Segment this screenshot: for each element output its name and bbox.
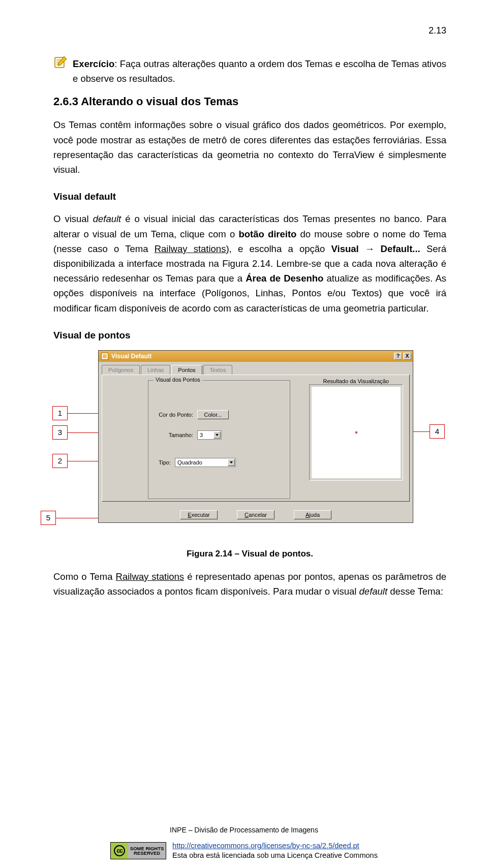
tabs: Polígonos Linhas Pontos Textos xyxy=(99,362,413,375)
group-legend: Visual dos Pontos xyxy=(154,377,202,383)
size-dropdown[interactable]: 3 xyxy=(197,430,222,440)
tab-poligonos[interactable]: Polígonos xyxy=(102,365,140,375)
type-label: Tipo: xyxy=(154,459,171,466)
callout-5: 5 xyxy=(41,511,56,525)
dialog-figure: 1 3 2 5 4 Visual Default ? X Polígo xyxy=(53,350,445,536)
cancelar-button[interactable]: Cancelar xyxy=(237,510,274,519)
app-icon xyxy=(101,353,108,360)
tab-textos[interactable]: Textos xyxy=(203,365,233,375)
type-dropdown[interactable]: Quadrado xyxy=(175,458,236,467)
tab-pontos[interactable]: Pontos xyxy=(171,365,202,375)
subsection-heading: Visual de pontos xyxy=(53,330,446,341)
color-button[interactable]: Color... xyxy=(197,410,229,419)
callout-1: 1 xyxy=(52,406,68,420)
page-footer: INPE – Divisão de Processamento de Image… xyxy=(0,826,488,861)
cc-badge-icon: SOME RIGHTS RESERVED xyxy=(110,842,166,859)
callout-4: 4 xyxy=(430,424,445,439)
callout-3: 3 xyxy=(52,425,68,440)
callout-2: 2 xyxy=(52,454,68,468)
close-button[interactable]: X xyxy=(403,353,411,360)
dialog-title: Visual Default xyxy=(111,353,151,360)
paragraph: Como o Tema Railway stations é represent… xyxy=(53,569,446,599)
exercise-icon xyxy=(53,55,68,70)
color-label: Cor do Ponto: xyxy=(154,412,193,418)
exercise-text: Exercício: Faça outras alterações quanto… xyxy=(73,56,446,86)
paragraph: O visual default é o visual inicial das … xyxy=(53,211,446,316)
figure-caption: Figura 2.14 – Visual de pontos. xyxy=(53,549,446,559)
visual-dos-pontos-group: Visual dos Pontos Cor do Ponto: Color...… xyxy=(148,380,290,499)
help-button[interactable]: ? xyxy=(394,353,402,360)
cc-license-text: http://creativecommons.org/licenses/by-n… xyxy=(172,841,378,861)
tab-linhas[interactable]: Linhas xyxy=(141,365,170,375)
footer-org: INPE – Divisão de Processamento de Image… xyxy=(0,826,488,834)
visual-default-dialog: Visual Default ? X Polígonos Linhas Pont… xyxy=(98,350,413,523)
executar-button[interactable]: Executar xyxy=(180,510,218,519)
chevron-down-icon xyxy=(214,431,221,439)
preview-point-icon xyxy=(355,431,357,433)
ajuda-button[interactable]: Ajuda xyxy=(294,510,331,519)
chevron-down-icon xyxy=(228,459,235,466)
dialog-titlebar: Visual Default ? X xyxy=(99,351,413,362)
subsection-heading: Visual default xyxy=(53,191,446,202)
page-number: 2.13 xyxy=(53,25,446,36)
size-label: Tamanho: xyxy=(154,432,193,438)
preview-box xyxy=(309,384,403,481)
preview-label: Resultado da Visualização xyxy=(323,378,389,384)
section-heading: 2.6.3 Alterando o visual dos Temas xyxy=(53,95,446,108)
paragraph: Os Temas contêm informações sobre o visu… xyxy=(53,117,446,177)
